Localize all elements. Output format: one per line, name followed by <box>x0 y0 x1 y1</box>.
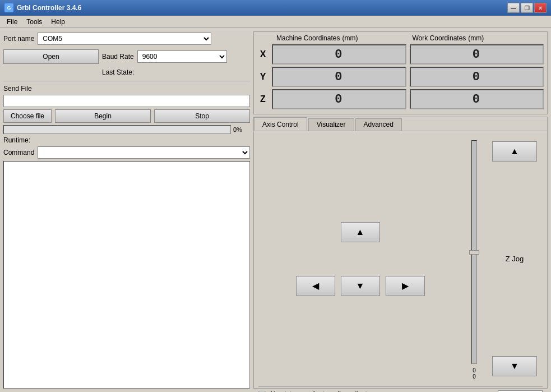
coords-panel: Machine Coordinates (mm) Work Coordinate… <box>253 31 548 114</box>
begin-button[interactable]: Begin <box>55 109 151 123</box>
x-work-display: 0 <box>410 44 544 64</box>
app-icon: G <box>4 3 13 12</box>
y-coord-row: Y 0 0 <box>257 67 544 87</box>
send-file-section: Send File <box>3 85 250 93</box>
z-work-display: 0 <box>410 89 544 109</box>
tab-axis-control-content: ▲ ◀ ▼ ▶ 0 0 <box>254 131 547 386</box>
left-panel: Port name COM5 COM1 COM2 COM3 COM4 Open … <box>3 31 250 389</box>
axis-control-panel: ▲ ◀ ▼ ▶ 0 0 <box>258 136 543 382</box>
slider-val1: 0 <box>473 367 476 373</box>
minimize-button[interactable]: — <box>507 3 520 13</box>
xy-jog: ▲ ◀ ▼ ▶ <box>258 136 462 382</box>
file-controls: Choose file Begin Stop <box>3 109 250 123</box>
progress-label: 0% <box>233 126 250 133</box>
z-down-button[interactable]: ▼ <box>492 356 537 376</box>
baud-label: Baud Rate <box>102 53 134 61</box>
window-controls: — ❐ ✕ <box>507 3 547 13</box>
runtime-label: Runtime: <box>3 136 30 144</box>
z-coord-row: Z 0 0 <box>257 89 544 109</box>
machine-coords-unit: (mm) <box>342 34 358 42</box>
slider-section: 0 0 <box>466 136 482 382</box>
x-label: X <box>257 49 268 59</box>
x-coord-row: X 0 0 <box>257 44 544 64</box>
z-label: Z <box>257 94 268 104</box>
choose-file-button[interactable]: Choose file <box>3 109 52 123</box>
y-machine-display: 0 <box>272 67 406 87</box>
jog-left-button[interactable]: ◀ <box>296 276 335 296</box>
jog-right-button[interactable]: ▶ <box>386 276 425 296</box>
tab-visualizer[interactable]: Visualizer <box>308 118 354 131</box>
open-button[interactable]: Open <box>3 49 99 64</box>
runtime-row: Runtime: <box>3 136 250 144</box>
slider-val2: 0 <box>473 373 476 380</box>
jog-middle-row: ◀ ▼ ▶ <box>296 276 425 296</box>
window-title: Grbl Controller 3.4.6 <box>17 4 81 12</box>
menu-bar: File Tools Help <box>0 16 551 28</box>
port-label: Port name <box>3 35 34 43</box>
menu-file[interactable]: File <box>2 17 22 27</box>
jog-up-button[interactable]: ▲ <box>341 222 380 242</box>
machine-coords-label: Machine Coordinates <box>276 34 340 42</box>
main-content: Port name COM5 COM1 COM2 COM3 COM4 Open … <box>0 28 551 392</box>
baud-select[interactable]: 9600 19200 38400 57600 115200 <box>137 50 227 63</box>
z-machine-display: 0 <box>272 89 406 109</box>
command-label: Command <box>3 149 34 156</box>
file-path-input[interactable] <box>3 95 250 107</box>
baud-row: Baud Rate 9600 19200 38400 57600 115200 <box>102 50 250 63</box>
title-bar: G Grbl Controller 3.4.6 — ❐ ✕ <box>0 0 551 16</box>
open-row: Open Baud Rate 9600 19200 38400 57600 11… <box>3 48 250 65</box>
bottom-controls: Absolute coordinates after adjust Spindl… <box>258 386 543 392</box>
jog-down-button[interactable]: ▼ <box>341 276 380 296</box>
console-area[interactable] <box>3 161 250 389</box>
tab-advanced[interactable]: Advanced <box>355 118 402 131</box>
right-panel: Machine Coordinates (mm) Work Coordinate… <box>253 31 548 389</box>
progress-bar <box>3 125 231 134</box>
y-label: Y <box>257 72 268 82</box>
command-row: Command <box>3 146 250 159</box>
x-machine-display: 0 <box>272 44 406 64</box>
slider-track[interactable] <box>471 140 477 364</box>
restore-button[interactable]: ❐ <box>521 3 533 13</box>
port-select[interactable]: COM5 COM1 COM2 COM3 COM4 <box>38 33 211 45</box>
work-coords-unit: (mm) <box>468 34 484 42</box>
tabs-container: Axis Control Visualizer Advanced ▲ ◀ ▼ ▶ <box>253 117 548 389</box>
z-jog: ▲ Z Jog ▼ <box>487 136 543 382</box>
tabs-header: Axis Control Visualizer Advanced <box>254 117 547 131</box>
tab-axis-control[interactable]: Axis Control <box>254 117 307 131</box>
send-file-label: Send File <box>3 85 32 93</box>
menu-tools[interactable]: Tools <box>22 17 47 27</box>
close-button[interactable]: ✕ <box>534 3 547 13</box>
work-coords-label: Work Coordinates <box>413 34 466 42</box>
coords-header: Machine Coordinates (mm) Work Coordinate… <box>257 34 544 42</box>
slider-thumb[interactable] <box>469 250 479 255</box>
port-row: Port name COM5 COM1 COM2 COM3 COM4 <box>3 31 250 46</box>
progress-row: 0% <box>3 125 250 134</box>
z-up-button[interactable]: ▲ <box>492 141 537 162</box>
command-input[interactable] <box>38 146 250 159</box>
menu-help[interactable]: Help <box>47 17 70 27</box>
stop-button[interactable]: Stop <box>154 109 250 123</box>
last-state-label: Last State: <box>102 68 134 76</box>
z-jog-label: Z Jog <box>506 255 524 263</box>
last-state-row: Last State: <box>3 67 250 77</box>
y-work-display: 0 <box>410 67 544 87</box>
